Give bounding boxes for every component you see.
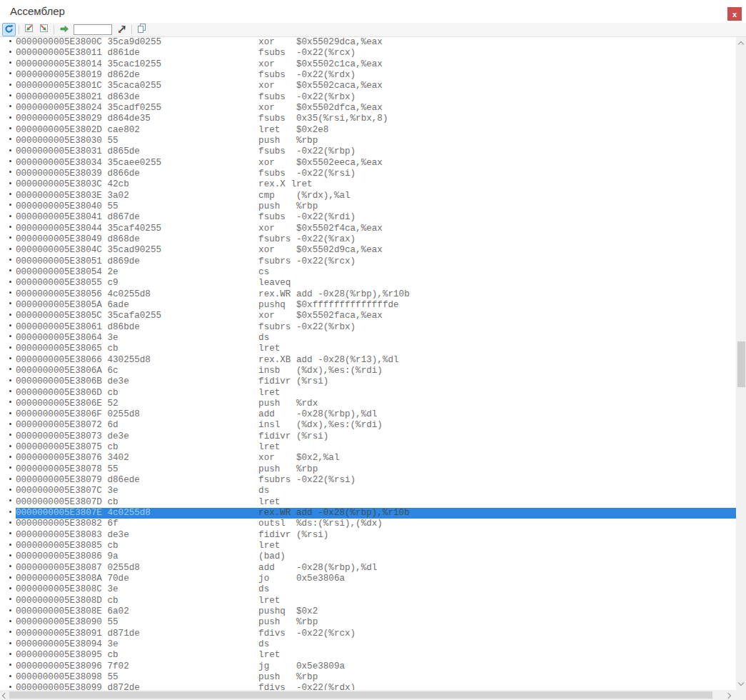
disasm-row[interactable]: 0000000005E38044 35caf40255 xor $0x5502f…	[0, 224, 736, 234]
breakpoint-gutter[interactable]	[0, 606, 16, 617]
disasm-row[interactable]: 0000000005E38087 0255d8 add -0x28(%rbp),…	[0, 563, 736, 574]
breakpoint-gutter[interactable]	[0, 333, 16, 344]
disasm-row[interactable]: 0000000005E38072 6d insl (%dx),%es:(%rdi…	[0, 420, 736, 431]
vertical-scrollbar-thumb[interactable]	[737, 341, 745, 387]
disasm-row[interactable]: 0000000005E3808D cb lret	[0, 596, 736, 606]
disasm-row[interactable]: 0000000005E38066 430255d8 rex.XB add -0x…	[0, 355, 736, 366]
breakpoint-gutter[interactable]	[0, 136, 16, 146]
disasm-row[interactable]: 0000000005E38041 d867de fsubs -0x22(%rdi…	[0, 212, 736, 223]
breakpoint-gutter[interactable]	[0, 300, 16, 311]
breakpoint-gutter[interactable]	[0, 48, 16, 59]
disasm-row[interactable]: 0000000005E38029 d864de35 fsubs 0x35(%rs…	[0, 114, 736, 124]
breakpoint-gutter[interactable]	[0, 114, 16, 124]
scroll-up-icon[interactable]	[738, 41, 744, 47]
breakpoint-gutter[interactable]	[0, 245, 16, 256]
history-forward-button[interactable]	[37, 23, 51, 36]
disasm-row[interactable]: 0000000005E38011 d861de fsubs -0x22(%rcx…	[0, 48, 736, 59]
disasm-row[interactable]: 0000000005E38021 d863de fsubs -0x22(%rbx…	[0, 92, 736, 103]
disasm-row[interactable]: 0000000005E38085 cb lret	[0, 541, 736, 551]
disasm-row[interactable]: 0000000005E38019 d862de fsubs -0x22(%rdx…	[0, 70, 736, 81]
breakpoint-gutter[interactable]	[0, 475, 16, 486]
breakpoint-gutter[interactable]	[0, 169, 16, 179]
disasm-row[interactable]: 0000000005E38040 55 push %rbp	[0, 201, 736, 212]
disasm-row[interactable]: 0000000005E3805C 35cafa0255 xor $0x5502f…	[0, 311, 736, 321]
breakpoint-gutter[interactable]	[0, 409, 16, 420]
disasm-row[interactable]: 0000000005E38075 cb lret	[0, 442, 736, 453]
disasm-row[interactable]: 0000000005E3802D cae802 lret $0x2e8	[0, 125, 736, 136]
disasm-row[interactable]: 0000000005E38073 de3e fidivr (%rsi)	[0, 431, 736, 442]
breakpoint-gutter[interactable]	[0, 464, 16, 475]
disasm-row[interactable]: 0000000005E3806A 6c insb (%dx),%es:(%rdi…	[0, 366, 736, 376]
breakpoint-gutter[interactable]	[0, 311, 16, 321]
breakpoint-gutter[interactable]	[0, 234, 16, 245]
breakpoint-gutter[interactable]	[0, 278, 16, 289]
disasm-row[interactable]: 0000000005E38049 d868de fsubrs -0x22(%ra…	[0, 234, 736, 245]
breakpoint-gutter[interactable]	[0, 563, 16, 574]
breakpoint-gutter[interactable]	[0, 661, 16, 672]
disasm-row[interactable]: 0000000005E38014 35cac10255 xor $0x5502c…	[0, 59, 736, 70]
history-back-button[interactable]	[22, 23, 36, 36]
copy-button[interactable]	[135, 23, 148, 36]
go-button[interactable]	[57, 23, 71, 36]
breakpoint-gutter[interactable]	[0, 212, 16, 223]
disasm-row[interactable]: 0000000005E38056 4c0255d8 rex.WR add -0x…	[0, 289, 736, 300]
breakpoint-gutter[interactable]	[0, 530, 16, 541]
breakpoint-gutter[interactable]	[0, 322, 16, 333]
disasm-row[interactable]: 0000000005E38064 3e ds	[0, 333, 736, 344]
disasm-row[interactable]: 0000000005E38098 55 push %rbp	[0, 672, 736, 683]
breakpoint-gutter[interactable]	[0, 629, 16, 639]
breakpoint-gutter[interactable]	[0, 420, 16, 431]
horizontal-scrollbar[interactable]	[0, 690, 736, 700]
breakpoint-gutter[interactable]	[0, 191, 16, 201]
breakpoint-gutter[interactable]	[0, 431, 16, 442]
breakpoint-gutter[interactable]	[0, 683, 16, 690]
disasm-row[interactable]: 0000000005E3808C 3e ds	[0, 584, 736, 595]
disasm-row[interactable]: 0000000005E3804C 35cad90255 xor $0x5502d…	[0, 245, 736, 256]
breakpoint-gutter[interactable]	[0, 584, 16, 595]
breakpoint-gutter[interactable]	[0, 453, 16, 464]
disasm-row[interactable]: 0000000005E38079 d86ede fsubrs -0x22(%rs…	[0, 475, 736, 486]
disasm-row[interactable]: 0000000005E3805A 6ade pushq $0xfffffffff…	[0, 300, 736, 311]
vertical-scrollbar[interactable]	[736, 37, 746, 690]
breakpoint-gutter[interactable]	[0, 508, 16, 519]
breakpoint-gutter[interactable]	[0, 366, 16, 376]
breakpoint-gutter[interactable]	[0, 267, 16, 278]
disasm-row[interactable]: 0000000005E3806B de3e fidivr (%rsi)	[0, 376, 736, 387]
breakpoint-gutter[interactable]	[0, 224, 16, 234]
breakpoint-gutter[interactable]	[0, 37, 16, 48]
disasm-row[interactable]: 0000000005E38082 6f outsl %ds:(%rsi),(%d…	[0, 519, 736, 529]
breakpoint-gutter[interactable]	[0, 388, 16, 399]
breakpoint-gutter[interactable]	[0, 639, 16, 650]
breakpoint-gutter[interactable]	[0, 574, 16, 584]
disasm-row[interactable]: 0000000005E38031 d865de fsubs -0x22(%rbp…	[0, 146, 736, 157]
disasm-row[interactable]: 0000000005E38054 2e cs	[0, 267, 736, 278]
disasm-row[interactable]: 0000000005E38065 cb lret	[0, 344, 736, 354]
disasm-row[interactable]: 0000000005E3803E 3a02 cmp (%rdx),%al	[0, 191, 736, 201]
breakpoint-gutter[interactable]	[0, 355, 16, 366]
disasm-row[interactable]: 0000000005E38051 d869de fsubrs -0x22(%rc…	[0, 256, 736, 267]
breakpoint-gutter[interactable]	[0, 617, 16, 628]
breakpoint-gutter[interactable]	[0, 541, 16, 551]
breakpoint-gutter[interactable]	[0, 201, 16, 212]
disasm-row[interactable]: 0000000005E38090 55 push %rbp	[0, 617, 736, 628]
breakpoint-gutter[interactable]	[0, 399, 16, 409]
breakpoint-gutter[interactable]	[0, 158, 16, 169]
disasm-row[interactable]: 0000000005E38024 35cadf0255 xor $0x5502d…	[0, 103, 736, 114]
disasm-row[interactable]: 0000000005E38078 55 push %rbp	[0, 464, 736, 475]
breakpoint-gutter[interactable]	[0, 289, 16, 300]
disasm-row[interactable]: 0000000005E3801C 35caca0255 xor $0x5502c…	[0, 81, 736, 91]
disasm-row[interactable]: 0000000005E38030 55 push %rbp	[0, 136, 736, 146]
disasm-row[interactable]: 0000000005E38095 cb lret	[0, 650, 736, 661]
breakpoint-gutter[interactable]	[0, 344, 16, 354]
disasm-row[interactable]: 0000000005E38086 9a (bad)	[0, 551, 736, 562]
breakpoint-gutter[interactable]	[0, 256, 16, 267]
disasm-row[interactable]: 0000000005E3806D cb lret	[0, 388, 736, 399]
close-button[interactable]: x	[727, 7, 742, 21]
disasm-row[interactable]: 0000000005E38091 d871de fdivs -0x22(%rcx…	[0, 629, 736, 639]
breakpoint-gutter[interactable]	[0, 486, 16, 496]
disasm-row[interactable]: 0000000005E38094 3e ds	[0, 639, 736, 650]
breakpoint-gutter[interactable]	[0, 551, 16, 562]
disasm-row[interactable]: 0000000005E3806F 0255d8 add -0x28(%rbp),…	[0, 409, 736, 420]
disasm-row[interactable]: 0000000005E38083 de3e fidivr (%rsi)	[0, 530, 736, 541]
disasm-row[interactable]: 0000000005E38096 7f02 jg 0x5e3809a	[0, 661, 736, 672]
